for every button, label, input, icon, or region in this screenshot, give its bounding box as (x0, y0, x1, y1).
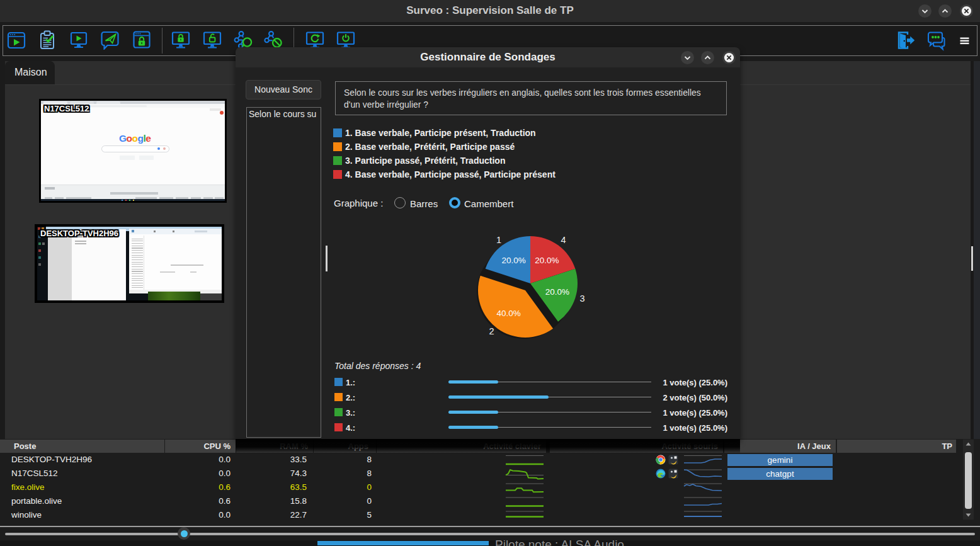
svg-text:40.0%: 40.0% (496, 309, 520, 318)
svg-text:20.0%: 20.0% (545, 287, 569, 297)
svg-text:20.0%: 20.0% (535, 256, 559, 265)
svg-text:1: 1 (496, 235, 501, 245)
svg-text:2: 2 (489, 326, 494, 336)
svg-text:3: 3 (579, 293, 584, 304)
svg-text:20.0%: 20.0% (501, 256, 525, 265)
svg-text:4: 4 (561, 235, 566, 245)
